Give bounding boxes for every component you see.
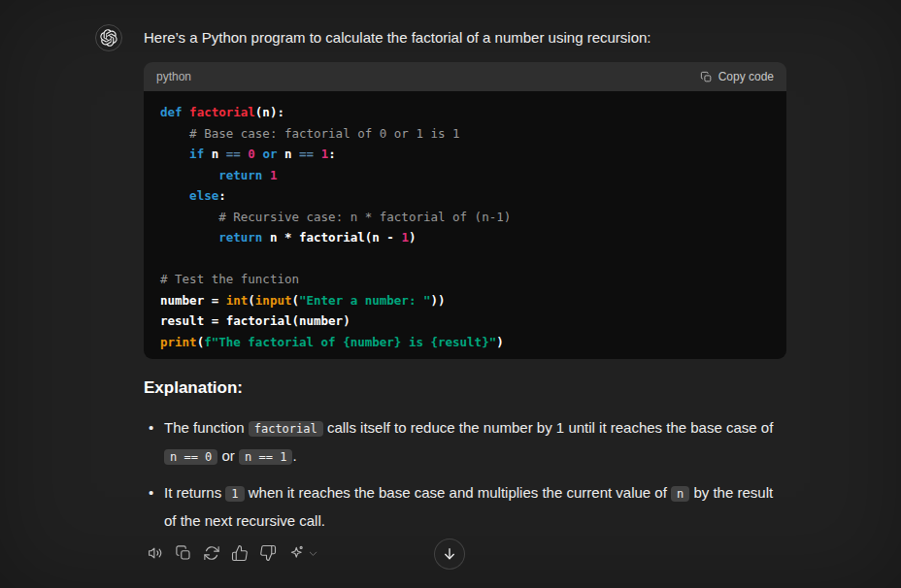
read-aloud-button[interactable] <box>146 543 165 563</box>
chevron-down-icon <box>308 548 318 559</box>
code-language-label: python <box>156 70 191 83</box>
thumbs-down-icon <box>259 544 277 562</box>
message-text: Here’s a Python program to calculate the… <box>144 27 786 49</box>
copy-code-button[interactable]: Copy code <box>700 70 774 83</box>
code-line: result = factorial(number) <box>160 310 770 332</box>
assistant-avatar <box>95 24 122 51</box>
good-response-button[interactable] <box>230 543 250 563</box>
inline-code: n == 0 <box>164 449 217 465</box>
code-content: def factorial(n): # Base case: factorial… <box>144 91 786 359</box>
inline-code: n == 1 <box>239 449 292 465</box>
explanation-bullet: It returns 1 when it reaches the base ca… <box>144 479 786 535</box>
inline-code: factorial <box>249 421 323 437</box>
code-line: print(f"The factorial of {number} is {re… <box>160 332 770 353</box>
code-line: if n == 0 or n == 1: <box>160 144 770 165</box>
sparkle-icon <box>288 544 306 562</box>
explanation-bullet: The function factorial calls itself to r… <box>144 414 786 471</box>
bad-response-button[interactable] <box>258 543 278 563</box>
code-block: python Copy code def factorial(n): # Bas… <box>144 62 786 359</box>
assistant-message: Here’s a Python program to calculate the… <box>144 23 786 563</box>
regenerate-icon <box>203 544 220 562</box>
copy-icon <box>175 544 192 562</box>
model-switcher-button[interactable] <box>286 543 319 563</box>
inline-code: 1 <box>225 486 244 502</box>
code-line: return n * factorial(n - 1) <box>160 227 770 248</box>
message-toolbar <box>144 543 786 563</box>
code-line: # Test the function <box>160 269 770 290</box>
code-line: def factorial(n): <box>160 102 770 123</box>
code-line <box>160 248 770 270</box>
explanation-list: The function factorial calls itself to r… <box>144 414 786 535</box>
chat-page: Here’s a Python program to calculate the… <box>0 0 901 588</box>
speaker-icon <box>147 544 164 562</box>
copy-icon <box>700 71 713 83</box>
code-line: else: <box>160 185 770 207</box>
openai-logo-icon <box>100 29 117 47</box>
code-line: # Base case: factorial of 0 or 1 is 1 <box>160 123 770 145</box>
explanation-heading: Explanation: <box>144 378 786 398</box>
code-line: number = int(input("Enter a number: ")) <box>160 290 770 311</box>
inline-code: n <box>671 486 689 502</box>
thumbs-up-icon <box>231 544 249 562</box>
scroll-to-bottom-button[interactable] <box>434 539 465 570</box>
copy-response-button[interactable] <box>174 543 193 563</box>
code-line: # Recursive case: n * factorial of (n-1) <box>160 207 770 228</box>
code-header: python Copy code <box>144 62 786 91</box>
code-line: return 1 <box>160 165 770 186</box>
arrow-down-icon <box>442 546 457 562</box>
regenerate-button[interactable] <box>202 543 221 563</box>
copy-code-label: Copy code <box>718 70 774 83</box>
